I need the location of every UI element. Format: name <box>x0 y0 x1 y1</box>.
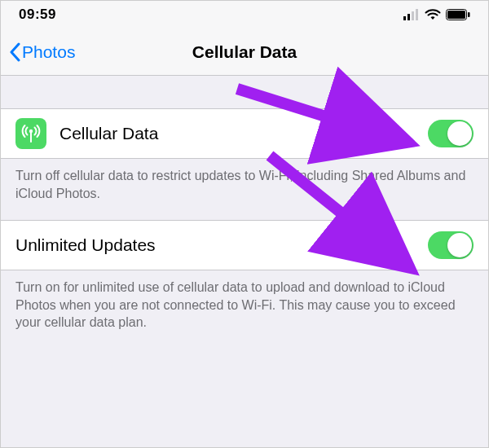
row-cellular-data-footer: Turn off cellular data to restrict updat… <box>1 159 488 220</box>
svg-rect-6 <box>468 12 470 17</box>
status-indicators <box>403 9 470 20</box>
battery-icon <box>446 9 470 20</box>
row-unlimited-updates-label: Unlimited Updates <box>15 235 428 255</box>
status-time: 09:59 <box>19 7 56 23</box>
cellular-antenna-icon <box>15 118 46 149</box>
nav-bar: Photos Cellular Data <box>1 29 488 76</box>
back-button[interactable]: Photos <box>1 42 75 62</box>
svg-rect-1 <box>408 14 410 20</box>
row-cellular-data-label: Cellular Data <box>59 124 428 143</box>
svg-rect-0 <box>403 16 406 20</box>
toggle-knob <box>447 121 472 146</box>
svg-rect-5 <box>447 11 465 19</box>
chevron-left-icon <box>9 42 20 62</box>
row-cellular-data: Cellular Data <box>1 108 488 159</box>
svg-rect-3 <box>416 9 418 20</box>
row-unlimited-updates-footer: Turn on for unlimited use of cellular da… <box>1 270 488 349</box>
back-label: Photos <box>22 42 75 62</box>
toggle-knob <box>447 233 472 257</box>
section-spacer <box>1 76 488 108</box>
status-bar: 09:59 <box>1 1 488 29</box>
wifi-icon <box>425 9 441 20</box>
row-unlimited-updates: Unlimited Updates <box>1 220 488 270</box>
toggle-unlimited-updates[interactable] <box>428 231 474 259</box>
cellular-signal-icon <box>403 9 420 20</box>
svg-rect-2 <box>412 11 414 20</box>
toggle-cellular-data[interactable] <box>428 120 474 147</box>
